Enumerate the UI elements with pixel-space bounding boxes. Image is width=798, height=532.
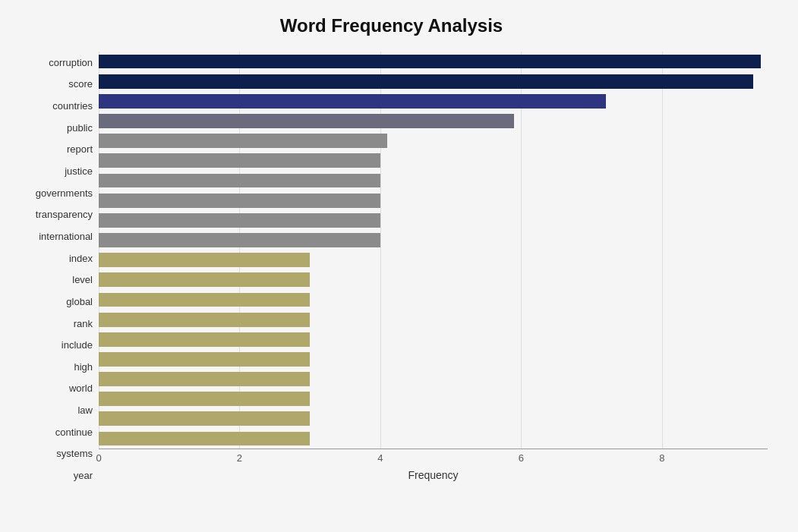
x-axis-area: 02468 Frequency <box>99 449 768 486</box>
x-axis-label: Frequency <box>99 469 768 481</box>
chart-area: corruptionscorecountriespublicreportjust… <box>15 52 768 486</box>
y-label: justice <box>65 166 93 176</box>
bar-row <box>99 429 768 449</box>
bar-row <box>99 230 768 250</box>
bar-row <box>99 131 768 151</box>
y-label: continue <box>55 427 93 437</box>
bar <box>99 313 310 327</box>
y-label: index <box>69 253 93 263</box>
y-label: public <box>67 123 93 133</box>
x-ticks: 02468 <box>99 449 768 464</box>
bar <box>99 253 310 267</box>
y-label: governments <box>36 188 93 198</box>
bar <box>99 411 310 426</box>
x-tick: 2 <box>237 452 242 464</box>
bar-row <box>99 52 768 71</box>
bar <box>99 174 380 188</box>
y-label: transparency <box>36 209 93 219</box>
bar-row <box>99 91 768 111</box>
bar <box>99 153 380 168</box>
x-tick: 8 <box>659 452 664 464</box>
bar-row <box>99 349 768 369</box>
chart-title: Word Frequency Analysis <box>15 15 768 36</box>
bar-row <box>99 389 768 409</box>
y-label: year <box>74 471 93 480</box>
y-label: international <box>39 231 93 241</box>
y-label: law <box>77 405 93 415</box>
bar <box>99 114 514 128</box>
y-labels: corruptionscorecountriespublicreportjust… <box>15 52 99 486</box>
bar-row <box>99 210 768 230</box>
bar <box>99 372 310 386</box>
bar <box>99 332 310 347</box>
y-label: global <box>66 297 93 307</box>
bars-section <box>99 52 768 449</box>
y-label: report <box>67 144 93 154</box>
bar <box>99 392 310 406</box>
bar <box>99 213 380 228</box>
bar-row <box>99 290 768 310</box>
bar-row <box>99 329 768 349</box>
y-label: corruption <box>49 58 93 68</box>
x-tick: 4 <box>377 452 383 464</box>
chart-container: Word Frequency Analysis corruptionscorec… <box>0 0 798 532</box>
bar-row <box>99 171 768 190</box>
y-label: level <box>72 275 93 285</box>
bar <box>99 134 387 148</box>
y-label: score <box>68 79 93 89</box>
bar <box>99 352 310 367</box>
y-label: countries <box>52 101 93 111</box>
y-label: high <box>74 362 93 372</box>
bar-row <box>99 250 768 270</box>
x-tick: 0 <box>96 452 101 464</box>
bar <box>99 293 310 307</box>
bar <box>99 94 606 109</box>
bar <box>99 55 761 69</box>
bar <box>99 74 753 89</box>
bar-row <box>99 111 768 131</box>
bar-row <box>99 190 768 210</box>
bar <box>99 194 380 208</box>
y-label: systems <box>56 449 93 458</box>
bars-and-grid: 02468 Frequency <box>99 52 768 486</box>
bar-row <box>99 370 768 389</box>
bar-row <box>99 270 768 290</box>
bar <box>99 233 380 247</box>
bar-row <box>99 310 768 329</box>
bar-row <box>99 71 768 91</box>
x-tick: 6 <box>519 452 524 464</box>
bar-row <box>99 409 768 429</box>
bar <box>99 432 310 446</box>
bar <box>99 272 310 287</box>
bar-row <box>99 151 768 171</box>
y-label: world <box>69 383 93 393</box>
y-label: include <box>62 340 93 350</box>
y-label: rank <box>74 319 93 329</box>
